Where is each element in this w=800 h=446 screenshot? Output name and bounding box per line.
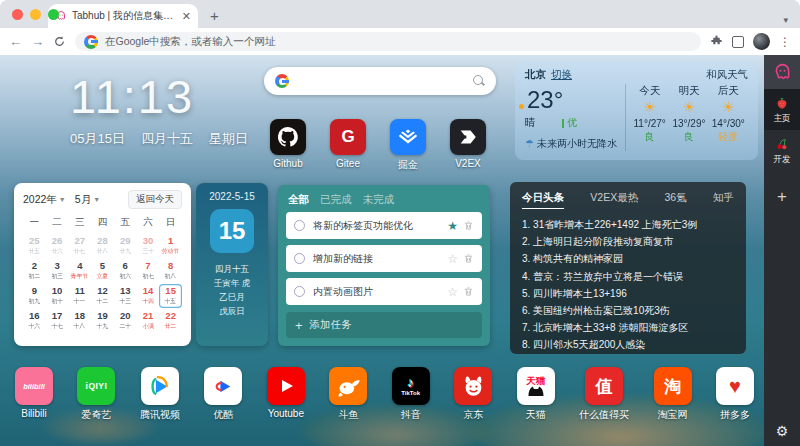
- todo-tab[interactable]: 全部: [288, 193, 309, 207]
- reload-icon[interactable]: [53, 35, 66, 48]
- dock-item[interactable]: 值 什么值得买: [579, 367, 629, 422]
- new-tab-button[interactable]: +: [210, 7, 219, 24]
- trash-icon[interactable]: [463, 286, 474, 297]
- calendar-day[interactable]: 5立夏: [91, 259, 114, 283]
- add-group-button[interactable]: +: [777, 187, 787, 207]
- calendar-today-button[interactable]: 返回今天: [128, 190, 182, 209]
- news-tab[interactable]: 36氪: [664, 191, 686, 208]
- calendar-day[interactable]: 18十八: [68, 309, 91, 333]
- shortcut-github[interactable]: Github: [262, 119, 314, 172]
- dock-item[interactable]: ♥ 拼多多: [716, 367, 754, 422]
- news-tab[interactable]: 今日头条: [522, 191, 564, 209]
- shortcut-掘金[interactable]: 掘金: [382, 119, 434, 172]
- trash-icon[interactable]: [463, 220, 474, 231]
- news-item[interactable]: 7. 北京昨增本土33+8 涉朝阳海淀多区: [522, 319, 734, 336]
- star-icon[interactable]: ★: [447, 220, 458, 232]
- calendar-day[interactable]: 25廿五: [23, 234, 46, 258]
- sidebar-item-主页[interactable]: 主页: [764, 89, 800, 130]
- news-tab[interactable]: 知乎: [713, 191, 734, 208]
- calendar-day[interactable]: 21小满: [137, 309, 160, 333]
- news-tab[interactable]: V2EX最热: [590, 191, 638, 208]
- tab-search-chevron-icon[interactable]: ▾: [783, 15, 788, 25]
- dock-item[interactable]: iQIYI 爱奇艺: [77, 367, 115, 422]
- weather-switch-link[interactable]: 切换: [551, 68, 572, 82]
- calendar-day[interactable]: 6初六: [114, 259, 137, 283]
- calendar-day[interactable]: 13十三: [114, 284, 137, 308]
- todo-checkbox[interactable]: [294, 286, 305, 297]
- browser-tab[interactable]: Tabhub | 我的信息集线器 ✕: [48, 4, 198, 28]
- news-item[interactable]: 3. 构筑共有的精神家园: [522, 250, 734, 267]
- calendar-year-select[interactable]: 2022年▼: [23, 193, 66, 207]
- bottom-dock: bilibili Bilibili iQIYI 爱奇艺 腾讯视频 优酷 Yout…: [15, 367, 754, 422]
- calendar-day[interactable]: 10初十: [46, 284, 69, 308]
- calendar-day[interactable]: 7初七: [137, 259, 160, 283]
- dock-item[interactable]: Youtube: [267, 367, 305, 422]
- dock-item[interactable]: 斗鱼: [329, 367, 367, 422]
- calendar-day[interactable]: 27廿七: [68, 234, 91, 258]
- tab-close-icon[interactable]: ✕: [182, 10, 191, 23]
- calendar-day[interactable]: 17十七: [46, 309, 69, 333]
- calendar-day[interactable]: 30三十: [137, 234, 160, 258]
- news-item[interactable]: 2. 上海明日起分阶段推动复商复市: [522, 233, 734, 250]
- calendar-day[interactable]: 2初二: [23, 259, 46, 283]
- calendar-month-select[interactable]: 5月▼: [75, 193, 100, 207]
- news-item[interactable]: 5. 四川昨增本土13+196: [522, 285, 734, 302]
- dock-item[interactable]: 优酷: [204, 367, 242, 422]
- browser-menu-icon[interactable]: ⋮: [779, 35, 791, 49]
- dock-item[interactable]: bilibili Bilibili: [15, 367, 53, 422]
- extensions-puzzle-icon[interactable]: [710, 35, 723, 48]
- todo-tab[interactable]: 已完成: [320, 193, 352, 207]
- close-window-button[interactable]: [12, 9, 23, 20]
- shortcut-v2ex[interactable]: V2EX: [442, 119, 494, 172]
- sidebar-item-开发[interactable]: 开发: [764, 130, 800, 171]
- calendar-day[interactable]: 8初八: [159, 259, 182, 283]
- calendar-day[interactable]: 22廿二: [159, 309, 182, 333]
- todo-item[interactable]: 将新的标签页功能优化 ★: [286, 212, 482, 239]
- news-item[interactable]: 8. 四川邻水5天超200人感染: [522, 336, 734, 353]
- dock-item[interactable]: 淘 淘宝网: [654, 367, 692, 422]
- calendar-day[interactable]: 26廿六: [46, 234, 69, 258]
- news-item[interactable]: 6. 美国纽约州枪击案已致10死3伤: [522, 302, 734, 319]
- calendar-day[interactable]: 9初九: [23, 284, 46, 308]
- extension-box-icon[interactable]: [732, 36, 744, 48]
- dock-item[interactable]: ♪TikTok 抖音: [392, 367, 430, 422]
- calendar-day[interactable]: 29廿九: [114, 234, 137, 258]
- dock-item[interactable]: 京东: [454, 367, 492, 422]
- todo-checkbox[interactable]: [294, 253, 305, 264]
- star-icon[interactable]: ☆: [447, 286, 458, 298]
- news-item[interactable]: 4. 普京：芬兰放弃中立将是一个错误: [522, 268, 734, 285]
- calendar-day[interactable]: 11十一: [68, 284, 91, 308]
- maximize-window-button[interactable]: [48, 9, 59, 20]
- news-item[interactable]: 1. 31省昨增本土226+1492 上海死亡3例: [522, 216, 734, 233]
- search-icon[interactable]: [473, 75, 485, 87]
- calendar-day[interactable]: 19十九: [91, 309, 114, 333]
- todo-item[interactable]: 内置动画图片 ☆: [286, 278, 482, 305]
- add-task-button[interactable]: + 添加任务: [286, 312, 482, 338]
- search-bar[interactable]: [264, 67, 496, 95]
- minimize-window-button[interactable]: [30, 9, 41, 20]
- dock-item[interactable]: 天猫 天猫: [517, 367, 555, 422]
- shortcut-gitee[interactable]: G Gitee: [322, 119, 374, 172]
- calendar-day[interactable]: 1劳动节: [159, 234, 182, 258]
- calendar-day[interactable]: 16十六: [23, 309, 46, 333]
- forward-icon[interactable]: →: [31, 34, 44, 49]
- star-icon[interactable]: ☆: [447, 253, 458, 265]
- dock-item[interactable]: 腾讯视频: [140, 367, 180, 422]
- todo-checkbox[interactable]: [294, 220, 305, 231]
- todo-tab[interactable]: 未完成: [363, 193, 395, 207]
- calendar-day[interactable]: 20二十: [114, 309, 137, 333]
- calendar-day-selected[interactable]: 15十五: [159, 284, 182, 308]
- calendar-day[interactable]: 12十二: [91, 284, 114, 308]
- dock-label: 拼多多: [716, 408, 754, 422]
- calendar-day[interactable]: 3初三: [46, 259, 69, 283]
- calendar-day[interactable]: 28廿八: [91, 234, 114, 258]
- trash-icon[interactable]: [463, 253, 474, 264]
- profile-avatar[interactable]: [753, 33, 770, 50]
- settings-gear-icon[interactable]: ⚙: [764, 423, 800, 439]
- calendar-day[interactable]: 4青年节: [68, 259, 91, 283]
- tabhub-logo[interactable]: [764, 55, 800, 89]
- todo-item[interactable]: 增加新的链接 ☆: [286, 245, 482, 272]
- address-bar[interactable]: 在Google中搜索，或者输入一个网址: [75, 32, 701, 51]
- back-icon[interactable]: ←: [9, 34, 22, 49]
- calendar-day[interactable]: 14十四: [137, 284, 160, 308]
